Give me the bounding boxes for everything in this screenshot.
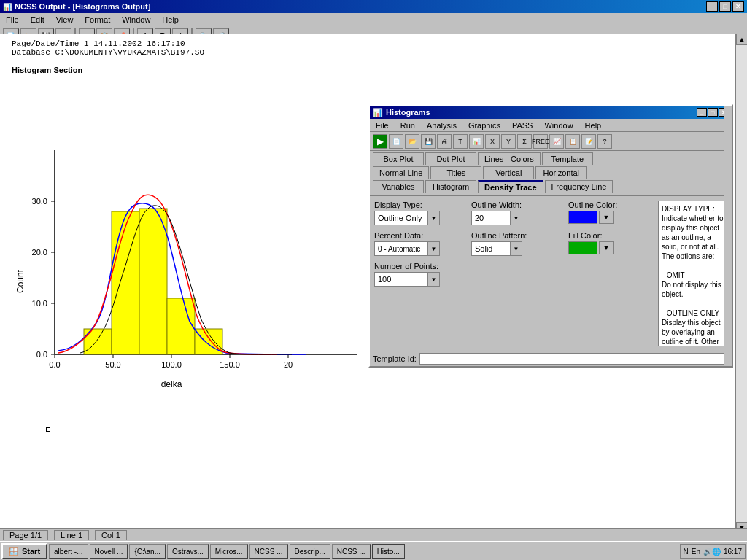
- tool-save[interactable]: 💾: [421, 134, 436, 149]
- tool-b4[interactable]: Y: [501, 134, 516, 149]
- tool-b6[interactable]: FREE: [533, 134, 548, 149]
- tab-row-3: Variables Histogram Density Trace Freque…: [373, 180, 729, 193]
- svg-text:20: 20: [284, 360, 293, 369]
- svg-text:0.0: 0.0: [49, 360, 60, 369]
- taskbar-albert[interactable]: albert -...: [49, 544, 88, 559]
- svg-rect-25: [167, 298, 195, 354]
- dialog-menu-file[interactable]: File: [373, 120, 392, 131]
- start-label: Start: [22, 547, 40, 556]
- menu-window[interactable]: Window: [119, 15, 153, 25]
- help-text: DISPLAY TYPE: Indicate whether to displa…: [662, 204, 724, 346]
- tab-vertical[interactable]: Vertical: [483, 166, 534, 179]
- tool-b2[interactable]: 📊: [469, 134, 484, 149]
- tool-print[interactable]: 🖨: [437, 134, 452, 149]
- tool-b1[interactable]: T: [453, 134, 468, 149]
- taskbar-can[interactable]: {C:\an...: [129, 544, 166, 559]
- tab-histogram[interactable]: Histogram: [425, 180, 476, 193]
- display-type-arrow[interactable]: ▼: [427, 211, 439, 225]
- tab-normal-line[interactable]: Normal Line: [373, 166, 429, 179]
- percent-data-select[interactable]: 0 - Automatic ▼: [374, 241, 440, 256]
- tool-b8[interactable]: 📋: [565, 134, 580, 149]
- menu-file[interactable]: File: [3, 15, 22, 25]
- outline-width-select[interactable]: 20 ▼: [471, 211, 522, 225]
- outline-pattern-select[interactable]: Solid ▼: [471, 241, 522, 256]
- help-scrollbar[interactable]: [724, 201, 727, 346]
- tool-b5[interactable]: Σ: [517, 134, 532, 149]
- tool-help[interactable]: ?: [597, 134, 612, 149]
- tab-horizontal[interactable]: Horizontal: [535, 166, 587, 179]
- svg-text:30.0: 30.0: [32, 197, 47, 206]
- dialog-menu-window[interactable]: Window: [541, 120, 576, 131]
- dialog-menu-run[interactable]: Run: [398, 120, 418, 131]
- svg-text:150.0: 150.0: [220, 360, 240, 369]
- tool-b7[interactable]: 📈: [549, 134, 564, 149]
- taskbar-novell[interactable]: Novell ...: [90, 544, 128, 559]
- close-button[interactable]: ✕: [732, 1, 744, 12]
- template-bar: Template Id:: [370, 351, 732, 366]
- template-input[interactable]: [419, 353, 729, 365]
- template-label: Template Id:: [373, 354, 417, 363]
- maximize-button[interactable]: □: [719, 1, 731, 12]
- scroll-track: [736, 45, 747, 522]
- svg-text:delka: delka: [161, 379, 182, 389]
- percent-data-arrow[interactable]: ▼: [427, 242, 439, 255]
- tab-box-plot[interactable]: Box Plot: [373, 152, 424, 165]
- tab-row-1: Box Plot Dot Plot Lines - Colors Templat…: [373, 152, 729, 165]
- start-button[interactable]: 🪟 Start: [1, 543, 47, 559]
- minimize-button[interactable]: _: [706, 1, 718, 12]
- tool-b9[interactable]: 📝: [581, 134, 596, 149]
- fill-color-button[interactable]: ▼: [599, 241, 614, 254]
- menu-edit[interactable]: Edit: [28, 15, 47, 25]
- svg-rect-24: [139, 209, 167, 354]
- dialog-maximize[interactable]: □: [708, 108, 718, 117]
- dialog-menu-analysis[interactable]: Analysis: [424, 120, 460, 131]
- page-label: Page: [9, 531, 28, 540]
- taskbar-ncss2[interactable]: NCSS ...: [332, 544, 371, 559]
- line-status: Line 1: [54, 530, 89, 540]
- section-title: Histogram Section: [12, 66, 724, 74]
- dialog-toolbar: ▶ 📄 📂 💾 🖨 T 📊 X Y Σ FREE 📈 📋 📝 ?: [370, 132, 732, 151]
- tab-titles[interactable]: Titles: [430, 166, 481, 179]
- tool-open[interactable]: 📂: [405, 134, 419, 149]
- tab-variables[interactable]: Variables: [373, 180, 424, 193]
- num-points-select[interactable]: 100 ▼: [374, 272, 440, 287]
- tab-template[interactable]: Template: [542, 152, 593, 165]
- num-points-arrow[interactable]: ▼: [427, 273, 439, 286]
- fill-color-label: Fill Color:: [568, 231, 654, 240]
- menu-format[interactable]: Format: [82, 15, 113, 25]
- taskbar-histo[interactable]: Histo...: [372, 544, 405, 559]
- taskbar-ostravs[interactable]: Ostravs...: [167, 544, 209, 559]
- dialog-title-bar: 📊 Histograms _ □ ✕: [370, 106, 732, 119]
- tab-dot-plot[interactable]: Dot Plot: [425, 152, 476, 165]
- col-value: 1: [116, 531, 120, 540]
- dialog-menu-pass[interactable]: PASS: [509, 120, 536, 131]
- menu-view[interactable]: View: [53, 15, 77, 25]
- dialog-minimize[interactable]: _: [697, 108, 707, 117]
- taskbar-micros[interactable]: Micros...: [210, 544, 248, 559]
- form-row-3: Number of Points: 100 ▼: [374, 262, 654, 287]
- dialog-menu-graphics[interactable]: Graphics: [465, 120, 503, 131]
- run-button[interactable]: ▶: [373, 134, 387, 149]
- histograms-dialog: 📊 Histograms _ □ ✕ File Run Analysis Gra…: [368, 104, 733, 368]
- form-row-2: Percent Data: 0 - Automatic ▼ Outline Pa…: [374, 231, 654, 256]
- info-line1: Page/Date/Time 1 14.11.2002 16:17:10: [12, 39, 724, 48]
- display-type-select[interactable]: Outline Only ▼: [374, 211, 440, 225]
- scroll-up-button[interactable]: ▲: [736, 34, 747, 45]
- tool-new[interactable]: 📄: [389, 134, 403, 149]
- outline-pattern-arrow[interactable]: ▼: [510, 242, 522, 255]
- outline-width-arrow[interactable]: ▼: [510, 211, 522, 225]
- taskbar-descrip[interactable]: Descrip...: [290, 544, 330, 559]
- dialog-menu-help[interactable]: Help: [582, 120, 605, 131]
- tab-area: Box Plot Dot Plot Lines - Colors Templat…: [370, 151, 732, 193]
- tab-lines-colors[interactable]: Lines - Colors: [478, 152, 541, 165]
- tab-density-trace[interactable]: Density Trace: [478, 180, 543, 193]
- vertical-scrollbar[interactable]: ▲ ▼: [735, 34, 747, 534]
- menu-help[interactable]: Help: [159, 15, 182, 25]
- outline-color-button[interactable]: ▼: [599, 211, 614, 224]
- tool-b3[interactable]: X: [485, 134, 500, 149]
- dialog-icon: 📊: [373, 108, 383, 117]
- percent-data-label: Percent Data:: [374, 231, 460, 240]
- taskbar-ncss1[interactable]: NCSS ...: [249, 544, 288, 559]
- tab-frequency-line[interactable]: Frequency Line: [545, 180, 614, 193]
- outline-width-col: Outline Width: 20 ▼: [471, 201, 557, 225]
